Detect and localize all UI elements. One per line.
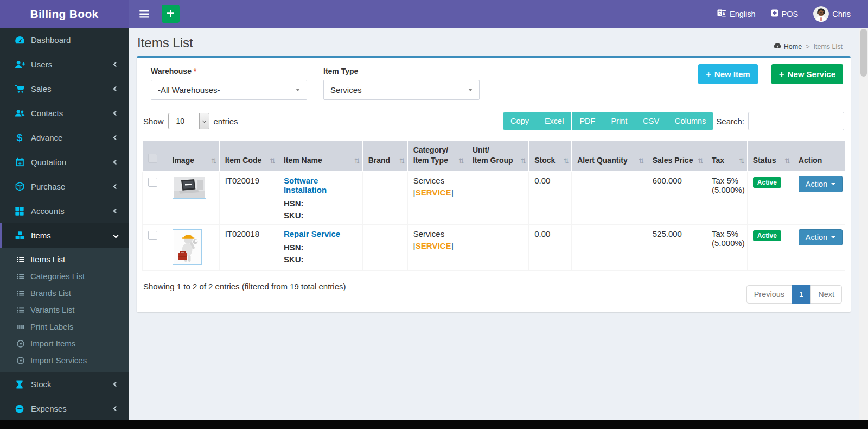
- sidebar-item-advance[interactable]: $ Advance: [0, 125, 129, 150]
- dropdown-caret-icon: [468, 89, 473, 91]
- submenu-item-items-list[interactable]: Items List: [0, 251, 129, 268]
- item-image: [173, 229, 202, 265]
- chevron-down-icon: [113, 233, 119, 238]
- column-header-unit[interactable]: Unit/Item Group⇅: [467, 141, 528, 172]
- action-dropdown-button[interactable]: Action: [799, 176, 843, 192]
- column-header-image[interactable]: Image⇅: [167, 141, 219, 172]
- sidebar-item-dashboard[interactable]: Dashboard: [0, 28, 129, 52]
- column-header-alert-quantity[interactable]: Alert Quantity⇅: [572, 141, 647, 172]
- export-copy-button[interactable]: Copy: [503, 112, 537, 130]
- show-label: Show: [143, 117, 164, 126]
- cart-icon: [13, 84, 26, 94]
- entries-select-value: 10: [169, 113, 199, 129]
- sidebar-item-purchase[interactable]: Purchase: [0, 174, 129, 199]
- row-checkbox[interactable]: [148, 178, 157, 187]
- language-label: English: [730, 10, 756, 18]
- pos-label: POS: [782, 10, 799, 18]
- cube-icon: [13, 181, 26, 192]
- select-all-checkbox[interactable]: [148, 154, 157, 163]
- dropdown-caret-icon: [296, 89, 300, 91]
- sidebar-item-expenses[interactable]: Expenses: [0, 396, 129, 421]
- submenu-item-print-labels[interactable]: Print Labels: [0, 318, 129, 335]
- chevron-left-icon: [113, 135, 119, 141]
- column-header-stock[interactable]: Stock⇅: [529, 141, 572, 172]
- sidebar-item-label: Users: [31, 60, 52, 69]
- submenu-item-categories-list[interactable]: Categories List: [0, 268, 129, 285]
- scrollbar[interactable]: [859, 28, 868, 420]
- scrollbar-thumb[interactable]: [860, 29, 867, 77]
- sidebar-item-users[interactable]: Users: [0, 52, 129, 77]
- column-header-sales-price[interactable]: Sales Price⇅: [647, 141, 706, 172]
- column-header-category[interactable]: Category/Item Type⇅: [407, 141, 467, 172]
- warehouse-select[interactable]: -All Warehouses-: [151, 80, 307, 100]
- columns-visibility-button[interactable]: Columns: [667, 112, 713, 130]
- breadcrumb-current: Items List: [814, 43, 843, 51]
- items-list-card: Warehouse * -All Warehouses- Item Type S…: [137, 56, 851, 312]
- required-asterisk: *: [194, 67, 196, 75]
- hourglass-icon: [13, 380, 26, 389]
- submenu-item-label: Brands List: [30, 288, 71, 298]
- sidebar-item-contacts[interactable]: Contacts: [0, 101, 129, 125]
- quick-add-button[interactable]: [162, 5, 180, 23]
- pos-button[interactable]: POS: [765, 0, 804, 28]
- svg-text:A: A: [722, 11, 725, 16]
- item-type-select[interactable]: Services: [323, 80, 480, 100]
- column-header-item-name[interactable]: Item Name⇅: [278, 141, 362, 172]
- search-input[interactable]: [748, 112, 844, 130]
- sort-icon: ⇅: [739, 156, 745, 166]
- submenu-item-variants-list[interactable]: Variants List: [0, 301, 129, 318]
- next-page-button[interactable]: Next: [810, 285, 842, 304]
- sort-icon: ⇅: [458, 156, 464, 166]
- column-header-item-code[interactable]: Item Code⇅: [219, 141, 278, 172]
- column-header-status[interactable]: Status⇅: [747, 141, 793, 172]
- row-checkbox[interactable]: [148, 231, 157, 240]
- export-pdf-button[interactable]: PDF: [572, 112, 603, 130]
- action-dropdown-button[interactable]: Action: [799, 229, 843, 245]
- breadcrumb-home-label: Home: [784, 43, 802, 51]
- sidebar-item-quotation[interactable]: Quotation: [0, 150, 129, 174]
- column-header-tax[interactable]: Tax⇅: [706, 141, 747, 172]
- table-row: IT020019 Software Installation HSN: SKU:…: [143, 171, 845, 224]
- tax-cell: Tax 5% (5.000%): [706, 171, 747, 224]
- header-buttons: + New Item + New Service: [698, 64, 843, 84]
- breadcrumb-home[interactable]: Home: [774, 42, 802, 51]
- language-menu[interactable]: A English: [712, 0, 761, 28]
- import-icon: [15, 339, 26, 348]
- sidebar-item-accounts[interactable]: Accounts: [0, 199, 129, 223]
- sidebar-item-stock[interactable]: Stock: [0, 372, 129, 396]
- bottom-strip: [0, 420, 868, 429]
- submenu-item-import-items[interactable]: Import Items: [0, 335, 129, 352]
- entries-label: entries: [214, 117, 238, 126]
- sidebar-item-sales[interactable]: Sales: [0, 77, 129, 101]
- brand[interactable]: Billing Book: [0, 0, 129, 28]
- user-menu[interactable]: Chris: [808, 0, 856, 28]
- calendar-plus-icon: [13, 157, 26, 167]
- chevron-left-icon: [113, 184, 119, 190]
- dollar-icon: $: [13, 133, 26, 143]
- entries-select[interactable]: 10: [168, 113, 209, 129]
- item-name-link[interactable]: Software Installation: [284, 176, 327, 194]
- sort-icon: ⇅: [698, 156, 704, 166]
- page-1-button[interactable]: 1: [792, 285, 811, 304]
- export-excel-button[interactable]: Excel: [537, 112, 572, 130]
- list-icon: [15, 289, 26, 298]
- sort-icon: ⇅: [211, 156, 217, 166]
- new-item-button[interactable]: + New Item: [698, 64, 758, 84]
- column-header-brand[interactable]: Brand⇅: [362, 141, 407, 172]
- brand-cell: [362, 171, 407, 224]
- sales-price-cell: 525.000: [647, 224, 706, 270]
- item-type-select-value: Services: [330, 85, 362, 94]
- sidebar-item-label: Items: [31, 231, 51, 240]
- new-service-button[interactable]: + New Service: [771, 64, 843, 84]
- submenu-item-label: Import Items: [30, 339, 75, 348]
- sidebar-item-items[interactable]: Items: [0, 223, 129, 248]
- hamburger-icon[interactable]: [136, 7, 152, 21]
- previous-page-button[interactable]: Previous: [746, 285, 792, 304]
- export-csv-button[interactable]: CSV: [635, 112, 667, 130]
- submenu-item-import-services[interactable]: Import Services: [0, 352, 129, 369]
- table-footer: Showing 1 to 2 of 2 entries (filtered fr…: [142, 280, 845, 304]
- item-name-link[interactable]: Repair Service: [284, 229, 340, 238]
- export-print-button[interactable]: Print: [603, 112, 635, 130]
- submenu-item-brands-list[interactable]: Brands List: [0, 285, 129, 301]
- sort-icon: ⇅: [354, 156, 360, 166]
